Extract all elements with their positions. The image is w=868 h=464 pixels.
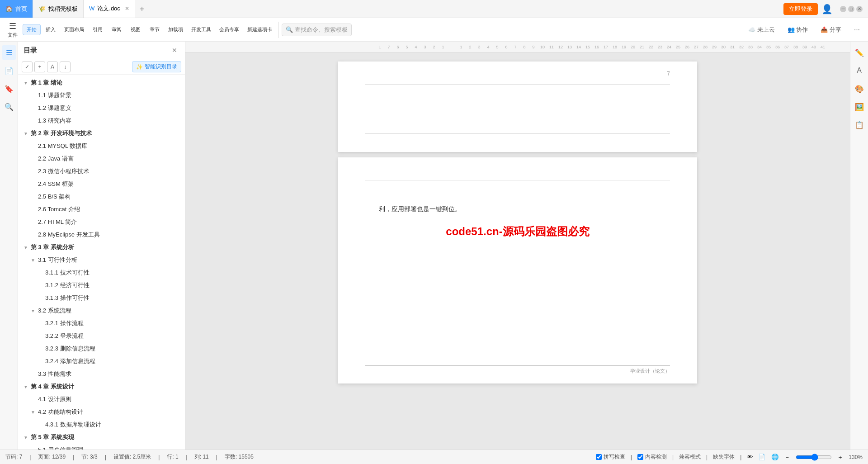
content-check-toggle[interactable]: 内容检测 xyxy=(637,453,667,461)
tab-doc-close[interactable]: ✕ xyxy=(125,5,129,12)
menu-devtools-btn[interactable]: 开发工具 xyxy=(188,24,215,35)
close-window-button[interactable]: ✕ xyxy=(856,6,863,12)
login-button[interactable]: 立即登录 xyxy=(783,3,818,15)
toc-item[interactable]: 2.7 HTML 简介 xyxy=(18,216,185,228)
menu-insert-btn[interactable]: 插入 xyxy=(42,24,60,35)
toc-add-btn[interactable]: + xyxy=(34,62,45,72)
tab-doc[interactable]: W 论文.doc ✕ xyxy=(84,0,135,18)
sidebar-search-btn[interactable]: 🔍 xyxy=(2,99,16,114)
toc-item[interactable]: 1.1 课题背景 xyxy=(18,89,185,102)
toolbar-separator-1 xyxy=(278,22,279,38)
upload-btn[interactable]: ☁️ 未上云 xyxy=(744,24,779,36)
toc-item[interactable]: 2.6 Tomcat 介绍 xyxy=(18,203,185,216)
toc-close-btn[interactable]: ✕ xyxy=(170,45,179,55)
toc-item[interactable]: ▼第 1 章 绪论 xyxy=(18,76,185,89)
status-wordcount: 字数: 15505 xyxy=(225,453,254,461)
sidebar-pages-btn[interactable]: 📄 xyxy=(2,63,16,78)
menu-layout-btn[interactable]: 页面布局 xyxy=(61,24,88,35)
maximize-button[interactable]: □ xyxy=(848,6,854,12)
toc-item[interactable]: 4.3.1 数据库物理设计 xyxy=(18,418,185,431)
status-separator-9: | xyxy=(706,454,708,460)
toc-indent-btn[interactable]: ↓ xyxy=(60,62,71,72)
menu-view-btn[interactable]: 视图 xyxy=(127,24,145,35)
toc-check-btn[interactable]: ✓ xyxy=(22,62,33,72)
toc-item[interactable]: 2.4 SSM 框架 xyxy=(18,178,185,190)
toc-item[interactable]: 1.2 课题意义 xyxy=(18,102,185,114)
menu-file-btn[interactable]: ☰ 文件 xyxy=(4,19,22,40)
toc-item[interactable]: 3.1.3 操作可行性 xyxy=(18,292,185,304)
toc-item[interactable]: 2.5 B/S 架构 xyxy=(18,190,185,203)
toc-item[interactable]: 3.2.4 添加信息流程 xyxy=(18,355,185,368)
sidebar-bookmark-btn[interactable]: 🔖 xyxy=(2,81,16,96)
menu-start-btn[interactable]: 开始 xyxy=(23,24,41,35)
toc-item[interactable]: 3.2.3 删除信息流程 xyxy=(18,342,185,355)
right-image-btn[interactable]: 🖼️ xyxy=(852,99,867,114)
search-toolbar[interactable]: 🔍 查找命令、搜索模板 xyxy=(282,24,352,36)
toc-toggle-icon: ▼ xyxy=(24,131,29,136)
toc-item[interactable]: 5.1 用户信息管理 xyxy=(18,444,185,450)
menu-newtab-btn[interactable]: 新建选项卡 xyxy=(244,24,276,35)
read-mode-btn[interactable]: 👁 xyxy=(747,454,753,460)
ruler-mark: 21 xyxy=(637,45,646,49)
toc-format-btn[interactable]: A xyxy=(47,62,58,72)
ruler-mark: 13 xyxy=(565,45,574,49)
sidebar-toc-btn[interactable]: ☰ xyxy=(2,45,16,60)
toc-item[interactable]: ▼第 5 章 系统实现 xyxy=(18,431,185,444)
print-mode-btn[interactable]: 📄 xyxy=(758,454,766,460)
zoom-slider[interactable] xyxy=(796,454,832,461)
zoom-in-btn[interactable]: ＋ xyxy=(837,453,843,461)
toc-item[interactable]: 2.8 MyEclipse 开发工具 xyxy=(18,228,185,241)
right-edit-btn[interactable]: ✏️ xyxy=(852,45,867,60)
toc-item[interactable]: ▼3.1 可行性分析 xyxy=(18,254,185,266)
toc-item[interactable]: ▼第 3 章 系统分析 xyxy=(18,241,185,254)
ruler-mark: 17 xyxy=(601,45,610,49)
right-format-btn[interactable]: A xyxy=(852,63,867,78)
tab-template[interactable]: 🌾 找稻壳模板 xyxy=(33,0,84,18)
spellcheck-toggle[interactable]: 拼写检查 xyxy=(596,453,625,461)
toc-item[interactable]: ▼3.2 系统流程 xyxy=(18,304,185,317)
content-check-checkbox[interactable] xyxy=(637,454,643,460)
devtools-label: 开发工具 xyxy=(191,26,211,33)
toc-item-label: 4.1 设计原则 xyxy=(38,395,71,403)
toc-content: ▼第 1 章 绪论1.1 课题背景1.2 课题意义1.3 研究内容▼第 2 章 … xyxy=(18,75,185,450)
menu-addon-btn[interactable]: 加载项 xyxy=(165,24,187,35)
toc-item[interactable]: 2.2 Java 语言 xyxy=(18,152,185,165)
menu-reference-btn[interactable]: 引用 xyxy=(89,24,107,35)
web-mode-btn[interactable]: 🌐 xyxy=(771,454,779,460)
more-btn[interactable]: ⋯ xyxy=(849,24,864,35)
toc-item[interactable]: ▼4.2 功能结构设计 xyxy=(18,406,185,418)
doc-page-2: 毕业设计（论文） 利，应用部署也是一键到位。 code51.cn-源码乐园盗图必… xyxy=(338,157,697,384)
ruler-mark: 22 xyxy=(646,45,656,49)
toc-item[interactable]: 1.3 研究内容 xyxy=(18,114,185,127)
toc-item[interactable]: 2.1 MYSQL 数据库 xyxy=(18,140,185,152)
menu-member-btn[interactable]: 会员专享 xyxy=(216,24,243,35)
minimize-button[interactable]: ─ xyxy=(840,6,846,12)
ruler-mark: 1 xyxy=(439,45,448,49)
insert-label: 插入 xyxy=(46,26,56,33)
toc-item[interactable]: 3.1.1 技术可行性 xyxy=(18,266,185,279)
toc-item[interactable]: 3.1.2 经济可行性 xyxy=(18,279,185,292)
share-btn[interactable]: 📤 分享 xyxy=(816,24,846,36)
toc-item[interactable]: 4.1 设计原则 xyxy=(18,393,185,406)
tab-add-btn[interactable]: + xyxy=(135,0,149,18)
spellcheck-checkbox[interactable] xyxy=(596,454,602,460)
ruler-mark: 9 xyxy=(529,45,538,49)
toc-item[interactable]: ▼第 2 章 开发环境与技术 xyxy=(18,127,185,140)
toc-item[interactable]: ▼第 4 章 系统设计 xyxy=(18,380,185,393)
status-separator-6: | xyxy=(216,454,217,460)
toc-item[interactable]: 2.3 微信小程序技术 xyxy=(18,165,185,178)
menu-chapter-btn[interactable]: 章节 xyxy=(146,24,164,35)
toc-ai-btn[interactable]: ✨ 智能识别目录 xyxy=(132,61,181,72)
menu-review-btn[interactable]: 审阅 xyxy=(108,24,126,35)
toc-item[interactable]: 3.2.2 登录流程 xyxy=(18,330,185,342)
user-avatar[interactable]: 👤 xyxy=(821,4,833,14)
tab-home[interactable]: 🏠 首页 xyxy=(0,0,33,18)
toc-item[interactable]: 3.2.1 操作流程 xyxy=(18,317,185,330)
doc-scroll[interactable]: 7 毕业设计（论文） 利，应用部署也是一键到位。 code51.cn-源码乐园盗… xyxy=(185,52,850,450)
toc-item[interactable]: 3.3 性能需求 xyxy=(18,368,185,380)
zoom-out-btn[interactable]: － xyxy=(784,453,790,461)
right-pages-btn[interactable]: 📋 xyxy=(852,118,867,132)
right-style-btn[interactable]: 🎨 xyxy=(852,81,867,96)
collab-btn[interactable]: 👥 协作 xyxy=(783,24,813,36)
ruler-mark: 19 xyxy=(619,45,628,49)
